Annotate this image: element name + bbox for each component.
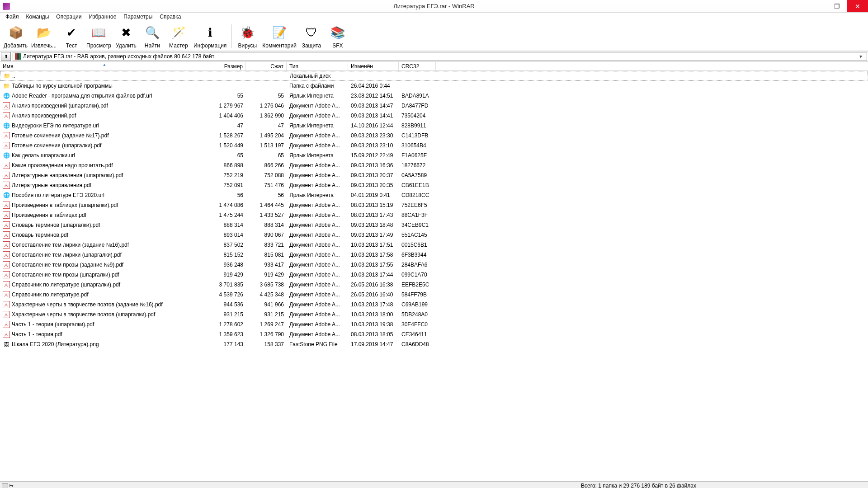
- file-modified: 09.03.2013 20:35: [348, 182, 399, 188]
- titlebar: Литература ЕГЭ.rar - WinRAR — ❐ ✕: [0, 0, 868, 13]
- file-row[interactable]: Словарь терминов.pdf893 014890 067Докуме…: [0, 230, 868, 240]
- file-row[interactable]: Характерные черты в творчестве поэтов (ш…: [0, 310, 868, 319]
- file-row[interactable]: Анализ произведений.pdf1 404 4061 362 99…: [0, 111, 868, 121]
- file-row[interactable]: Словарь терминов (шпаргалки).pdf888 3148…: [0, 220, 868, 230]
- file-modified: 04.01.2019 0:41: [348, 192, 399, 198]
- pdf-icon: [3, 261, 10, 268]
- file-size: 1 404 406: [205, 113, 246, 119]
- maximize-button[interactable]: ❐: [826, 0, 847, 12]
- toolbar-label: Найти: [145, 42, 160, 49]
- toolbar-label: Тест: [66, 42, 77, 49]
- comment-icon: 📝: [270, 23, 288, 42]
- close-button[interactable]: ✕: [847, 0, 868, 12]
- file-list[interactable]: ..Локальный дискТаблицы по курсу школьно…: [0, 71, 868, 481]
- file-row[interactable]: Как делать шпаргалки.url6565Ярлык Интерн…: [0, 150, 868, 160]
- file-row[interactable]: Пособия по литературе ЕГЭ 2020.url5656Яр…: [0, 190, 868, 200]
- file-row[interactable]: Сопоставление тем прозы (задание №9).pdf…: [0, 260, 868, 270]
- parent-dir-row[interactable]: ..Локальный диск: [0, 71, 868, 81]
- file-modified: 10.03.2013 17:44: [348, 272, 399, 278]
- pdf-icon: [3, 142, 10, 149]
- file-row[interactable]: Какие произведения надо прочитать.pdf866…: [0, 160, 868, 170]
- file-row[interactable]: Литературные направления (шпаргалки).pdf…: [0, 170, 868, 180]
- file-name: Анализ произведений.pdf: [12, 113, 76, 119]
- file-name: Справочник по литературе (шпаргалки).pdf: [12, 282, 120, 288]
- pdf-icon: [3, 132, 10, 139]
- toolbar-find-button[interactable]: 🔍Найти: [139, 23, 165, 50]
- file-size: 931 215: [205, 311, 246, 318]
- file-row[interactable]: Таблицы по курсу школьной программыПапка…: [0, 81, 868, 91]
- file-packed: 4 425 348: [246, 291, 287, 298]
- file-row[interactable]: Adobe Reader - программа для открытия фа…: [0, 91, 868, 101]
- toolbar-virus-button[interactable]: 🐞Вирусы: [234, 23, 260, 50]
- file-modified: 10.03.2013 19:38: [348, 321, 399, 328]
- file-row[interactable]: Произведения в таблицах (шпаргалки).pdf1…: [0, 200, 868, 210]
- toolbar-view-button[interactable]: 📖Просмотр: [85, 23, 113, 50]
- toolbar-label: Защита: [302, 42, 321, 49]
- pdf-icon: [3, 331, 10, 338]
- file-name: Шкала ЕГЭ 2020 (Литература).png: [12, 341, 99, 347]
- file-row[interactable]: Готовые сочинения (задание №17).pdf1 528…: [0, 131, 868, 141]
- file-row[interactable]: Готовые сочинения (шпаргалки).pdf1 520 4…: [0, 141, 868, 150]
- file-crc: 6F3B3944: [399, 252, 436, 258]
- address-field[interactable]: Литература ЕГЭ.rar - RAR архив, размер и…: [13, 52, 867, 61]
- col-type[interactable]: Тип: [287, 62, 348, 70]
- col-crc[interactable]: CRC32: [399, 62, 436, 70]
- file-row[interactable]: Литературные направления.pdf752 091751 4…: [0, 180, 868, 190]
- file-size: 893 014: [205, 232, 246, 238]
- file-modified: 10.03.2013 17:58: [348, 252, 399, 258]
- toolbar-extract-button[interactable]: 📂Извлечь...: [29, 23, 58, 50]
- file-size: 1 520 449: [205, 142, 246, 149]
- col-size[interactable]: Размер: [205, 62, 246, 70]
- file-row[interactable]: Сопоставление тем прозы (шпаргалки).pdf9…: [0, 270, 868, 280]
- address-dropdown-icon[interactable]: ▾: [857, 53, 865, 60]
- col-modified[interactable]: Изменён: [348, 62, 399, 70]
- file-row[interactable]: Сопоставление тем лирики (задание №16).p…: [0, 240, 868, 250]
- toolbar-add-button[interactable]: 📦Добавить: [2, 23, 29, 50]
- file-row[interactable]: Сопоставление тем лирики (шпаргалки).pdf…: [0, 250, 868, 260]
- file-modified: 26.05.2016 16:40: [348, 291, 399, 298]
- toolbar-test-button[interactable]: ✔Тест: [58, 23, 85, 50]
- file-row[interactable]: Часть 1 - теория (шпаргалки).pdf1 278 60…: [0, 319, 868, 329]
- status-icon-1: [2, 483, 8, 488]
- file-crc: 5DB248A0: [399, 311, 436, 318]
- file-row[interactable]: Произведения в таблицах.pdf1 475 2441 43…: [0, 210, 868, 220]
- menu-параметры[interactable]: Параметры: [120, 13, 156, 22]
- file-modified: 08.03.2013 18:05: [348, 331, 399, 338]
- sort-asc-icon: ▲: [103, 62, 107, 67]
- menu-избранное[interactable]: Избранное: [85, 13, 120, 22]
- file-size: 1 359 623: [205, 331, 246, 338]
- file-name: Анализ произведений (шпаргалки).pdf: [12, 103, 108, 109]
- minimize-button[interactable]: —: [806, 0, 826, 12]
- file-crc: C69AB199: [399, 301, 436, 308]
- file-size: 4 539 726: [205, 291, 246, 298]
- file-type: Документ Adobe A...: [287, 222, 348, 228]
- file-row[interactable]: Видеоуроки ЕГЭ по литературе.url4747Ярлы…: [0, 121, 868, 131]
- toolbar-protect-button[interactable]: 🛡Защита: [298, 23, 325, 50]
- file-row[interactable]: Справочник по литературе (шпаргалки).pdf…: [0, 280, 868, 290]
- pdf-icon: [3, 231, 10, 239]
- file-packed: 833 721: [246, 242, 287, 248]
- menu-справка[interactable]: Справка: [156, 13, 184, 22]
- menu-операции[interactable]: Операции: [52, 13, 85, 22]
- file-row[interactable]: Шкала ЕГЭ 2020 (Литература).png177 14315…: [0, 339, 868, 349]
- file-row[interactable]: Анализ произведений (шпаргалки).pdf1 279…: [0, 101, 868, 111]
- file-row[interactable]: Характерные черты в творчестве поэтов (з…: [0, 300, 868, 310]
- toolbar-sfx-button[interactable]: 📚SFX: [325, 23, 351, 50]
- menu-команды[interactable]: Команды: [23, 13, 53, 22]
- toolbar-label: Мастер: [169, 42, 188, 49]
- file-type: Документ Adobe A...: [287, 113, 348, 119]
- toolbar-delete-button[interactable]: ✖Удалить: [113, 23, 139, 50]
- file-type: Документ Adobe A...: [287, 291, 348, 298]
- up-button[interactable]: ⬆: [1, 52, 11, 61]
- protect-icon: 🛡: [302, 23, 321, 42]
- col-name[interactable]: Имя ▲: [0, 62, 205, 70]
- file-modified: 09.03.2013 18:48: [348, 222, 399, 228]
- file-row[interactable]: Часть 1 - теория.pdf1 359 6231 326 790До…: [0, 329, 868, 339]
- menu-файл[interactable]: Файл: [2, 13, 23, 22]
- toolbar-info-button[interactable]: ℹИнформация: [192, 23, 228, 50]
- col-packed[interactable]: Сжат: [246, 62, 287, 70]
- file-name: Словарь терминов (шпаргалки).pdf: [12, 222, 100, 228]
- toolbar-wizard-button[interactable]: 🪄Мастер: [165, 23, 192, 50]
- file-row[interactable]: Справочник по литературе.pdf4 539 7264 4…: [0, 290, 868, 300]
- toolbar-comment-button[interactable]: 📝Комментарий: [260, 23, 298, 50]
